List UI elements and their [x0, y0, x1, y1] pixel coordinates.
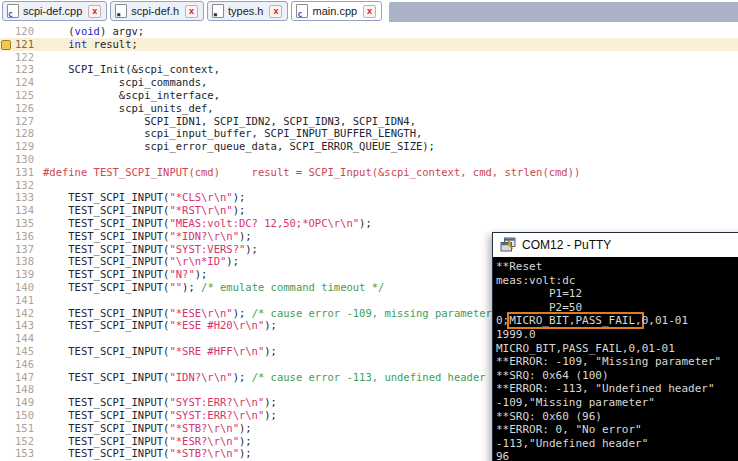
line-number: 146 — [10, 358, 34, 371]
line-number: 127 — [10, 115, 34, 128]
code-text — [34, 179, 43, 192]
code-line[interactable]: 125 &scpi_interface, — [0, 89, 738, 102]
line-number: 134 — [10, 204, 34, 217]
gutter[interactable] — [0, 63, 10, 76]
code-text: #define TEST_SCPI_INPUT(cmd) result = SC… — [34, 166, 580, 179]
putty-window-title: COM12 - PuTTY — [522, 238, 611, 252]
terminal-line: **ERROR: -109, "Missing parameter" — [496, 355, 738, 369]
gutter[interactable] — [0, 383, 10, 396]
gutter[interactable] — [0, 422, 10, 435]
gutter[interactable] — [0, 332, 10, 345]
code-text: TEST_SCPI_INPUT("SYST:ERR?\r\n"); — [34, 409, 277, 422]
gutter[interactable] — [0, 447, 10, 460]
terminal-line: 96 — [496, 450, 738, 461]
gutter[interactable] — [0, 294, 10, 307]
gutter[interactable] — [0, 319, 10, 332]
code-line[interactable]: 129 scpi_error_queue_data, SCPI_ERROR_QU… — [0, 140, 738, 153]
warning-icon[interactable] — [1, 40, 11, 50]
gutter[interactable] — [0, 230, 10, 243]
gutter[interactable] — [0, 243, 10, 256]
code-line[interactable]: 131#define TEST_SCPI_INPUT(cmd) result =… — [0, 166, 738, 179]
line-number: 125 — [10, 89, 34, 102]
code-line[interactable]: 133 TEST_SCPI_INPUT("*CLS\r\n"); — [0, 191, 738, 204]
gutter[interactable] — [0, 89, 10, 102]
gutter[interactable] — [0, 179, 10, 192]
line-number: 147 — [10, 371, 34, 384]
code-text: (void) argv; — [34, 25, 144, 38]
line-number: 141 — [10, 294, 34, 307]
code-line[interactable]: 132 — [0, 179, 738, 192]
code-text: TEST_SCPI_INPUT("IDN?\r\n"); /* cause er… — [34, 371, 505, 384]
line-number: 150 — [10, 409, 34, 422]
gutter[interactable] — [0, 255, 10, 268]
gutter[interactable] — [0, 281, 10, 294]
code-line[interactable]: 124 scpi_commands, — [0, 76, 738, 89]
gutter[interactable] — [0, 140, 10, 153]
gutter[interactable] — [0, 153, 10, 166]
code-text: SCPI_Init(&scpi_context, — [34, 63, 220, 76]
gutter[interactable] — [0, 217, 10, 230]
line-number: 144 — [10, 332, 34, 345]
tab-close-icon[interactable]: x — [185, 5, 198, 18]
code-text — [34, 51, 43, 64]
code-text: TEST_SCPI_INPUT("*RST\r\n"); — [34, 204, 245, 217]
tab-label: main.cpp — [312, 5, 357, 17]
gutter[interactable] — [0, 358, 10, 371]
annotation-highlight-box: MICRO_BIT,PASS_FAIL, — [507, 312, 643, 329]
line-number: 131 — [10, 166, 34, 179]
line-number: 136 — [10, 230, 34, 243]
tab-types.h[interactable]: ▪types.hx — [207, 1, 288, 21]
gutter[interactable] — [0, 268, 10, 281]
gutter[interactable] — [0, 409, 10, 422]
gutter[interactable] — [0, 371, 10, 384]
line-number: 148 — [10, 383, 34, 396]
gutter[interactable] — [0, 191, 10, 204]
code-line[interactable]: 134 TEST_SCPI_INPUT("*RST\r\n"); — [0, 204, 738, 217]
code-line[interactable]: 120 (void) argv; — [0, 25, 738, 38]
tab-scpi-def.h[interactable]: ▪scpi-def.hx — [110, 1, 204, 21]
gutter[interactable] — [0, 115, 10, 128]
code-line[interactable]: 135 TEST_SCPI_INPUT("MEAS:volt:DC? 12,50… — [0, 217, 738, 230]
terminal-line: meas:volt:dc — [496, 274, 738, 288]
code-line[interactable]: 121 int result; — [0, 38, 738, 51]
code-text: scpi_input_buffer, SCPI_INPUT_BUFFER_LEN… — [34, 127, 422, 140]
tab-strip-filler — [389, 2, 738, 22]
file-type-mark: c — [297, 11, 302, 19]
gutter[interactable] — [0, 25, 10, 38]
code-line[interactable]: 123 SCPI_Init(&scpi_context, — [0, 63, 738, 76]
putty-icon[interactable] — [500, 237, 516, 253]
gutter[interactable] — [0, 307, 10, 320]
code-line[interactable]: 128 scpi_input_buffer, SCPI_INPUT_BUFFER… — [0, 127, 738, 140]
tab-close-icon[interactable]: x — [363, 5, 376, 18]
gutter[interactable] — [0, 38, 10, 51]
gutter[interactable] — [0, 102, 10, 115]
code-text: scpi_units_def, — [34, 102, 214, 115]
tab-main.cpp[interactable]: cmain.cppx — [291, 1, 382, 21]
code-line[interactable]: 130 — [0, 153, 738, 166]
gutter[interactable] — [0, 396, 10, 409]
gutter[interactable] — [0, 435, 10, 448]
terminal-output[interactable]: **Resetmeas:volt:dc P1=12 P2=500;MICRO_B… — [493, 258, 738, 461]
line-number: 123 — [10, 63, 34, 76]
tab-scpi-def.cpp[interactable]: cscpi-def.cppx — [2, 1, 107, 21]
line-number: 149 — [10, 396, 34, 409]
gutter[interactable] — [0, 204, 10, 217]
code-text — [34, 383, 43, 396]
gutter[interactable] — [0, 76, 10, 89]
tab-label: scpi-def.cpp — [23, 5, 82, 17]
code-text: TEST_SCPI_INPUT("*ESE #H20\r\n"); — [34, 319, 277, 332]
line-number: 153 — [10, 447, 34, 460]
code-text: TEST_SCPI_INPUT("SYST:VERS?"); — [34, 243, 258, 256]
tab-close-icon[interactable]: x — [88, 5, 101, 18]
putty-titlebar[interactable]: COM12 - PuTTY — [493, 233, 738, 257]
code-line[interactable]: 122 — [0, 51, 738, 64]
tab-label: types.h — [228, 5, 263, 17]
terminal-line: **ERROR: 0, "No error" — [496, 423, 738, 437]
code-line[interactable]: 127 SCPI_IDN1, SCPI_IDN2, SCPI_IDN3, SCP… — [0, 115, 738, 128]
gutter[interactable] — [0, 345, 10, 358]
code-line[interactable]: 126 scpi_units_def, — [0, 102, 738, 115]
gutter[interactable] — [0, 166, 10, 179]
gutter[interactable] — [0, 127, 10, 140]
tab-close-icon[interactable]: x — [269, 5, 282, 18]
gutter[interactable] — [0, 51, 10, 64]
